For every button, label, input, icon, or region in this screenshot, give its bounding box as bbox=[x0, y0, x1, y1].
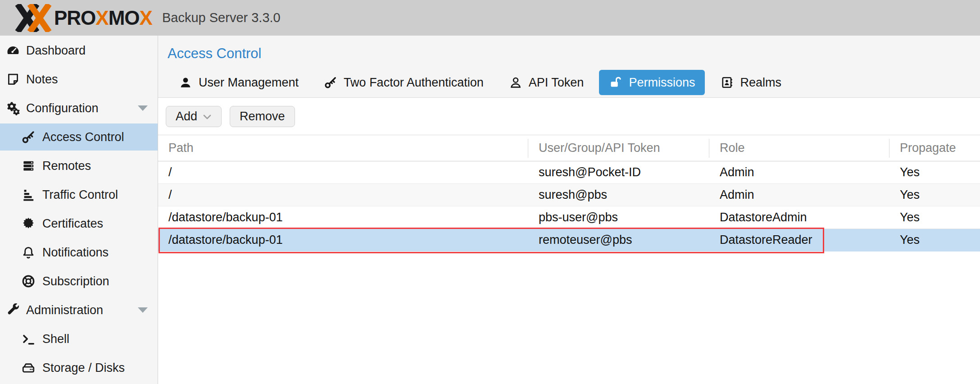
cell-user: remoteuser@pbs bbox=[528, 233, 709, 247]
life-ring-icon bbox=[21, 274, 36, 289]
chevron-down-icon bbox=[138, 307, 148, 313]
sidebar-item-administration[interactable]: Administration bbox=[0, 297, 158, 324]
add-button[interactable]: Add bbox=[166, 106, 222, 127]
cell-path: / bbox=[158, 188, 528, 202]
sidebar-item-storage-disks[interactable]: Storage / Disks bbox=[0, 354, 158, 381]
tab-label: Two Factor Authentication bbox=[344, 76, 484, 90]
remove-button[interactable]: Remove bbox=[230, 106, 295, 127]
key-icon bbox=[21, 129, 36, 145]
main-content: Access Control User Management Two Facto… bbox=[158, 36, 980, 384]
table-row[interactable]: / suresh@Pocket-ID Admin Yes bbox=[158, 161, 980, 184]
tab-label: Permissions bbox=[629, 76, 695, 90]
table-row-selected[interactable]: /datastore/backup-01 remoteuser@pbs Data… bbox=[158, 229, 980, 251]
bell-icon bbox=[21, 245, 36, 260]
column-header-role[interactable]: Role bbox=[709, 139, 889, 158]
sidebar-item-dashboard[interactable]: Dashboard bbox=[0, 37, 158, 64]
servers-icon bbox=[21, 158, 36, 174]
tab-bar: User Management Two Factor Authenticatio… bbox=[158, 70, 980, 95]
certificate-icon bbox=[21, 216, 36, 231]
wordmark-part: X bbox=[95, 7, 108, 29]
sidebar-item-label: Configuration bbox=[26, 101, 99, 115]
sidebar-item-notifications[interactable]: Notifications bbox=[0, 239, 158, 266]
product-version-title: Backup Server 3.3.0 bbox=[162, 10, 281, 25]
tab-user-management[interactable]: User Management bbox=[169, 70, 309, 95]
permissions-table: Path User/Group/API Token Role Propagate… bbox=[158, 135, 980, 251]
cell-role: Admin bbox=[709, 188, 889, 202]
sidebar-item-label: Remotes bbox=[42, 159, 91, 173]
cell-role: DatastoreAdmin bbox=[709, 210, 889, 224]
dashboard-icon bbox=[5, 43, 21, 58]
sidebar-item-shell[interactable]: Shell bbox=[0, 325, 158, 352]
gears-icon bbox=[5, 101, 21, 116]
tab-label: User Management bbox=[199, 76, 299, 90]
sidebar-item-subscription[interactable]: Subscription bbox=[0, 268, 158, 295]
sidebar-item-configuration[interactable]: Configuration bbox=[0, 95, 158, 122]
sidebar-item-label: Traffic Control bbox=[42, 188, 118, 202]
cell-user: suresh@Pocket-ID bbox=[528, 165, 709, 179]
cell-role: Admin bbox=[709, 165, 889, 179]
cell-path: /datastore/backup-01 bbox=[158, 210, 528, 224]
tab-label: API Token bbox=[529, 76, 584, 90]
tab-api-token[interactable]: API Token bbox=[499, 70, 594, 95]
page-title: Access Control bbox=[158, 36, 980, 70]
sidebar-item-label: Shell bbox=[42, 332, 69, 346]
table-row[interactable]: / suresh@pbs Admin Yes bbox=[158, 184, 980, 206]
address-book-icon bbox=[720, 76, 734, 89]
table-row[interactable]: /datastore/backup-01 pbs-user@pbs Datast… bbox=[158, 206, 980, 229]
add-button-label: Add bbox=[176, 110, 197, 123]
chevron-down-icon bbox=[138, 105, 148, 111]
sidebar-item-access-control[interactable]: Access Control bbox=[0, 123, 158, 151]
column-header-user-group-api-token[interactable]: User/Group/API Token bbox=[528, 139, 709, 158]
note-icon bbox=[5, 72, 21, 87]
table-header-row: Path User/Group/API Token Role Propagate bbox=[158, 135, 980, 161]
traffic-bars-icon bbox=[21, 187, 36, 202]
key-icon bbox=[324, 76, 337, 89]
wordmark-part: PRO bbox=[54, 7, 95, 29]
cell-user: suresh@pbs bbox=[528, 188, 709, 202]
column-header-path[interactable]: Path bbox=[158, 139, 528, 158]
cell-propagate: Yes bbox=[889, 188, 980, 202]
cell-role: DatastoreReader bbox=[709, 233, 889, 247]
tab-permissions[interactable]: Permissions bbox=[599, 70, 705, 95]
cell-propagate: Yes bbox=[889, 233, 980, 247]
proxmox-logo: PROXMOX bbox=[13, 4, 152, 32]
wordmark-part: MO bbox=[109, 7, 140, 29]
user-icon bbox=[179, 76, 192, 89]
remove-button-label: Remove bbox=[240, 110, 285, 123]
proxmox-x-logo-icon bbox=[13, 4, 54, 32]
user-outline-icon bbox=[509, 76, 522, 89]
sidebar-item-certificates[interactable]: Certificates bbox=[0, 210, 158, 237]
proxmox-wordmark: PROXMOX bbox=[54, 7, 152, 29]
sidebar-item-label: Dashboard bbox=[26, 44, 86, 58]
sidebar: Dashboard Notes Configuration Access Con… bbox=[0, 36, 158, 384]
sidebar-item-label: Administration bbox=[26, 303, 103, 317]
top-header: PROXMOX Backup Server 3.3.0 bbox=[0, 0, 980, 36]
sidebar-item-label: Certificates bbox=[42, 217, 103, 231]
column-header-propagate[interactable]: Propagate bbox=[889, 139, 980, 158]
cell-user: pbs-user@pbs bbox=[528, 210, 709, 224]
chevron-down-icon bbox=[203, 114, 212, 120]
cell-path: / bbox=[158, 165, 528, 179]
terminal-icon bbox=[21, 331, 36, 347]
toolbar: Add Remove bbox=[158, 98, 980, 135]
sidebar-item-label: Access Control bbox=[42, 130, 124, 144]
cell-propagate: Yes bbox=[889, 210, 980, 224]
sidebar-item-label: Notifications bbox=[42, 246, 109, 260]
sidebar-item-label: Notes bbox=[26, 73, 58, 87]
sidebar-item-traffic-control[interactable]: Traffic Control bbox=[0, 181, 158, 208]
cell-propagate: Yes bbox=[889, 165, 980, 179]
sidebar-item-notes[interactable]: Notes bbox=[0, 66, 158, 93]
tab-two-factor-authentication[interactable]: Two Factor Authentication bbox=[314, 70, 494, 95]
hdd-icon bbox=[21, 360, 36, 375]
permissions-panel: Add Remove Path User/Group/API Token Rol… bbox=[158, 97, 980, 384]
cell-path: /datastore/backup-01 bbox=[158, 233, 528, 247]
tab-label: Realms bbox=[740, 76, 781, 90]
unlock-icon bbox=[609, 76, 622, 89]
sidebar-item-label: Subscription bbox=[42, 274, 109, 288]
wrench-icon bbox=[5, 302, 21, 318]
tab-realms[interactable]: Realms bbox=[710, 70, 791, 95]
wordmark-part: X bbox=[140, 7, 152, 29]
sidebar-item-label: Storage / Disks bbox=[42, 361, 125, 375]
sidebar-item-remotes[interactable]: Remotes bbox=[0, 152, 158, 179]
